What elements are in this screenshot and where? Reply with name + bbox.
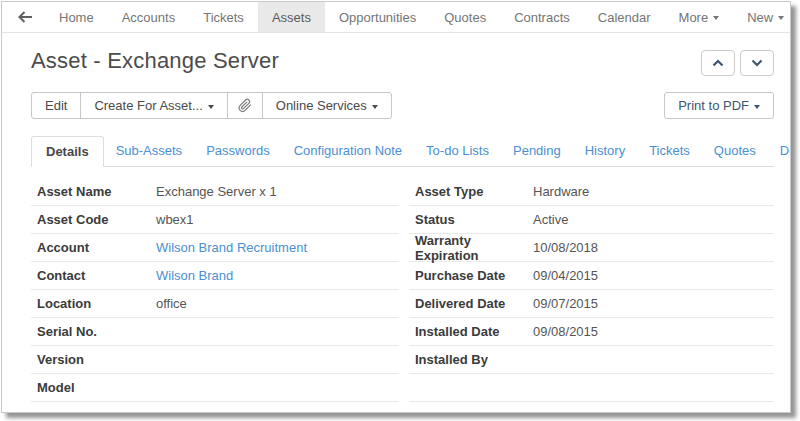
tab-tickets[interactable]: Tickets — [637, 136, 702, 165]
tab-configuration-note[interactable]: Configuration Note — [282, 136, 414, 165]
field-row-installed-by: Installed By — [409, 346, 774, 374]
page-title: Asset - Exchange Server — [31, 48, 279, 74]
field-label-contact: Contact — [37, 268, 156, 283]
field-row-model: Model — [31, 374, 399, 402]
next-record-button[interactable] — [740, 50, 774, 76]
tab-quotes[interactable]: Quotes — [702, 136, 768, 165]
tab-passwords[interactable]: Passwords — [194, 136, 282, 165]
nav-item-calendar[interactable]: Calendar — [584, 2, 665, 32]
caret-down-icon — [713, 16, 719, 20]
record-pager — [701, 50, 774, 76]
tab-sub-assets[interactable]: Sub-Assets — [104, 136, 194, 165]
asset-actions-group: Edit Create For Asset... Online Services — [31, 92, 392, 119]
field-label-warranty-expiration: Warranty Expiration — [415, 233, 533, 263]
field-value-delivered-date: 09/07/2015 — [533, 296, 598, 311]
nav-item-label: Calendar — [598, 10, 651, 25]
tab-pending[interactable]: Pending — [501, 136, 573, 165]
create-for-asset-button[interactable]: Create For Asset... — [80, 92, 227, 119]
field-value-status: Active — [533, 212, 568, 227]
tab-documents[interactable]: Documents — [768, 136, 791, 165]
tab-history[interactable]: History — [573, 136, 637, 165]
previous-record-button[interactable] — [701, 50, 735, 76]
field-label-status: Status — [415, 212, 533, 227]
wilson-brand-recruitment-link[interactable]: Wilson Brand Recruitment — [156, 240, 307, 255]
nav-item-label: Tickets — [203, 10, 244, 25]
tab-bar: DetailsSub-AssetsPasswordsConfiguration … — [31, 136, 774, 167]
field-row-serial-no: Serial No. — [31, 318, 399, 346]
field-row-delivered-date: Delivered Date09/07/2015 — [409, 290, 774, 318]
field-label-account: Account — [37, 240, 156, 255]
attachment-button[interactable] — [227, 92, 263, 119]
nav-item-tickets[interactable]: Tickets — [189, 2, 258, 32]
field-label-installed-date: Installed Date — [415, 324, 533, 339]
field-value-warranty-expiration: 10/08/2018 — [533, 240, 598, 255]
field-row-purchase-date: Purchase Date09/04/2015 — [409, 262, 774, 290]
field-label-serial-no: Serial No. — [37, 324, 156, 339]
nav-item-assets[interactable]: Assets — [258, 2, 325, 32]
field-label-asset-type: Asset Type — [415, 184, 533, 199]
field-value-asset-code: wbex1 — [156, 212, 194, 227]
field-label-model: Model — [37, 380, 156, 395]
edit-button[interactable]: Edit — [31, 92, 81, 119]
field-value-purchase-date: 09/04/2015 — [533, 268, 598, 283]
tab-to-do-lists[interactable]: To-do Lists — [414, 136, 501, 165]
nav-item-label: New — [747, 10, 773, 25]
wilson-brand-link[interactable]: Wilson Brand — [156, 268, 233, 283]
nav-item-home[interactable]: Home — [45, 2, 108, 32]
field-row-status: StatusActive — [409, 206, 774, 234]
back-button[interactable] — [2, 2, 45, 32]
field-label-delivered-date: Delivered Date — [415, 296, 533, 311]
back-arrow-icon — [18, 11, 33, 23]
field-row-location: Locationoffice — [31, 290, 399, 318]
field-value-asset-type: Hardware — [533, 184, 589, 199]
nav-item-label: Assets — [272, 10, 311, 25]
details-grid: Asset NameExchange Server x 1Asset TypeH… — [31, 178, 774, 402]
nav-item-new[interactable]: New — [733, 2, 791, 32]
tab-details[interactable]: Details — [31, 136, 104, 167]
caret-down-icon — [372, 105, 378, 109]
field-label-installed-by: Installed By — [415, 352, 533, 367]
caret-down-icon — [208, 105, 214, 109]
nav-item-accounts[interactable]: Accounts — [108, 2, 189, 32]
top-nav: HomeAccountsTicketsAssetsOpportunitiesQu… — [2, 2, 790, 33]
field-label-asset-name: Asset Name — [37, 184, 156, 199]
field-row-installed-date: Installed Date09/08/2015 — [409, 318, 774, 346]
field-value-asset-name: Exchange Server x 1 — [156, 184, 277, 199]
field-row-asset-name: Asset NameExchange Server x 1 — [31, 178, 399, 206]
field-value-location: office — [156, 296, 187, 311]
nav-item-more[interactable]: More — [665, 2, 734, 32]
field-row-empty — [409, 374, 774, 402]
nav-item-label: Quotes — [444, 10, 486, 25]
field-value-installed-date: 09/08/2015 — [533, 324, 598, 339]
field-row-version: Version — [31, 346, 399, 374]
field-label-purchase-date: Purchase Date — [415, 268, 533, 283]
nav-item-label: Home — [59, 10, 94, 25]
nav-item-contracts[interactable]: Contracts — [500, 2, 584, 32]
chevron-up-icon — [712, 59, 724, 67]
nav-item-label: More — [679, 10, 709, 25]
nav-item-opportunities[interactable]: Opportunities — [325, 2, 430, 32]
field-row-account: AccountWilson Brand Recruitment — [31, 234, 399, 262]
nav-item-label: Opportunities — [339, 10, 416, 25]
caret-down-icon — [778, 16, 784, 20]
field-row-asset-code: Asset Codewbex1 — [31, 206, 399, 234]
field-label-version: Version — [37, 352, 156, 367]
field-row-warranty-expiration: Warranty Expiration10/08/2018 — [409, 234, 774, 262]
field-label-location: Location — [37, 296, 156, 311]
paperclip-icon — [238, 98, 252, 113]
field-label-asset-code: Asset Code — [37, 212, 156, 227]
caret-down-icon — [754, 105, 760, 109]
field-row-contact: ContactWilson Brand — [31, 262, 399, 290]
app-window: HomeAccountsTicketsAssetsOpportunitiesQu… — [1, 1, 791, 413]
field-row-asset-type: Asset TypeHardware — [409, 178, 774, 206]
print-to-pdf-button[interactable]: Print to PDF — [664, 92, 774, 119]
online-services-button[interactable]: Online Services — [262, 92, 392, 119]
nav-item-label: Contracts — [514, 10, 570, 25]
chevron-down-icon — [751, 59, 763, 67]
nav-item-quotes[interactable]: Quotes — [430, 2, 500, 32]
nav-item-label: Accounts — [122, 10, 175, 25]
